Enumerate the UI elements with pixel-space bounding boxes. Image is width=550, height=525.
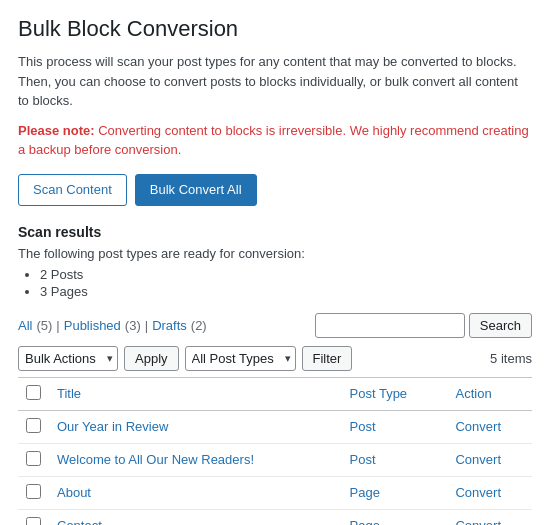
search-button[interactable]: Search xyxy=(469,313,532,338)
row-posttype-cell: Page xyxy=(342,509,448,525)
page-title: Bulk Block Conversion xyxy=(18,16,532,42)
row-title-cell: Contact xyxy=(49,509,342,525)
row-posttype-link[interactable]: Post xyxy=(350,419,376,434)
filter-separator-1: | xyxy=(56,318,59,333)
row-title-link[interactable]: Our Year in Review xyxy=(57,419,168,434)
row-posttype-link[interactable]: Page xyxy=(350,518,380,525)
row-title-cell: Welcome to All Our New Readers! xyxy=(49,443,342,476)
row-title-cell: Our Year in Review xyxy=(49,410,342,443)
row-posttype-link[interactable]: Post xyxy=(350,452,376,467)
filter-drafts-count: (2) xyxy=(191,318,207,333)
row-title-link[interactable]: About xyxy=(57,485,91,500)
row-checkbox[interactable] xyxy=(26,517,41,525)
table-row: Contact Page Convert xyxy=(18,509,532,525)
filter-bar-top: All (5) | Published (3) | Drafts (2) Sea… xyxy=(18,313,532,338)
th-action: Action xyxy=(447,377,532,410)
row-title-link[interactable]: Contact xyxy=(57,518,102,525)
row-check-cell xyxy=(18,476,49,509)
scan-content-button[interactable]: Scan Content xyxy=(18,174,127,206)
row-action-cell: Convert xyxy=(447,410,532,443)
row-posttype-cell: Page xyxy=(342,476,448,509)
scan-list-item: 3 Pages xyxy=(40,284,532,299)
select-all-checkbox[interactable] xyxy=(26,385,41,400)
row-title-link[interactable]: Welcome to All Our New Readers! xyxy=(57,452,254,467)
top-actions-bar: Bulk Actions Apply All Post Types Filter… xyxy=(18,346,532,371)
row-convert-link[interactable]: Convert xyxy=(455,419,501,434)
th-title[interactable]: Title xyxy=(49,377,342,410)
filter-button[interactable]: Filter xyxy=(302,346,353,371)
th-post-type: Post Type xyxy=(342,377,448,410)
notice-error: Please note: Converting content to block… xyxy=(18,121,532,160)
search-box: Search xyxy=(315,313,532,338)
notice-text: Converting content to blocks is irrevers… xyxy=(18,123,529,158)
table-row: Welcome to All Our New Readers! Post Con… xyxy=(18,443,532,476)
search-input[interactable] xyxy=(315,313,465,338)
filter-drafts-link[interactable]: Drafts xyxy=(152,318,187,333)
post-types-wrapper: All Post Types xyxy=(185,346,296,371)
row-check-cell xyxy=(18,443,49,476)
th-check xyxy=(18,377,49,410)
scan-results-heading: Scan results xyxy=(18,224,532,240)
post-types-select[interactable]: All Post Types xyxy=(185,346,296,371)
action-buttons: Scan Content Bulk Convert All xyxy=(18,174,532,206)
bulk-actions-wrapper: Bulk Actions xyxy=(18,346,118,371)
bulk-convert-all-button[interactable]: Bulk Convert All xyxy=(135,174,257,206)
row-action-cell: Convert xyxy=(447,509,532,525)
posts-table: Title Post Type Action Our Year in Revie… xyxy=(18,377,532,525)
row-title-cell: About xyxy=(49,476,342,509)
filter-all-link[interactable]: All xyxy=(18,318,32,333)
filter-published-count: (3) xyxy=(125,318,141,333)
notice-label: Please note: xyxy=(18,123,95,138)
bulk-actions-select[interactable]: Bulk Actions xyxy=(18,346,118,371)
row-convert-link[interactable]: Convert xyxy=(455,452,501,467)
row-convert-link[interactable]: Convert xyxy=(455,485,501,500)
row-action-cell: Convert xyxy=(447,443,532,476)
table-row: Our Year in Review Post Convert xyxy=(18,410,532,443)
row-posttype-cell: Post xyxy=(342,410,448,443)
scan-list-item: 2 Posts xyxy=(40,267,532,282)
items-count-top: 5 items xyxy=(490,351,532,366)
apply-button-top[interactable]: Apply xyxy=(124,346,179,371)
table-header: Title Post Type Action xyxy=(18,377,532,410)
table-body: Our Year in Review Post Convert Welcome … xyxy=(18,410,532,525)
row-action-cell: Convert xyxy=(447,476,532,509)
filter-links: All (5) | Published (3) | Drafts (2) xyxy=(18,318,211,333)
row-checkbox[interactable] xyxy=(26,451,41,466)
filter-separator-2: | xyxy=(145,318,148,333)
row-checkbox[interactable] xyxy=(26,418,41,433)
page-description: This process will scan your post types f… xyxy=(18,52,532,111)
filter-all-count: (5) xyxy=(36,318,52,333)
row-posttype-link[interactable]: Page xyxy=(350,485,380,500)
row-posttype-cell: Post xyxy=(342,443,448,476)
scan-description: The following post types are ready for c… xyxy=(18,246,532,261)
table-row: About Page Convert xyxy=(18,476,532,509)
filter-published-link[interactable]: Published xyxy=(64,318,121,333)
scan-results-list: 2 Posts 3 Pages xyxy=(18,267,532,299)
row-check-cell xyxy=(18,509,49,525)
row-checkbox[interactable] xyxy=(26,484,41,499)
row-convert-link[interactable]: Convert xyxy=(455,518,501,525)
row-check-cell xyxy=(18,410,49,443)
